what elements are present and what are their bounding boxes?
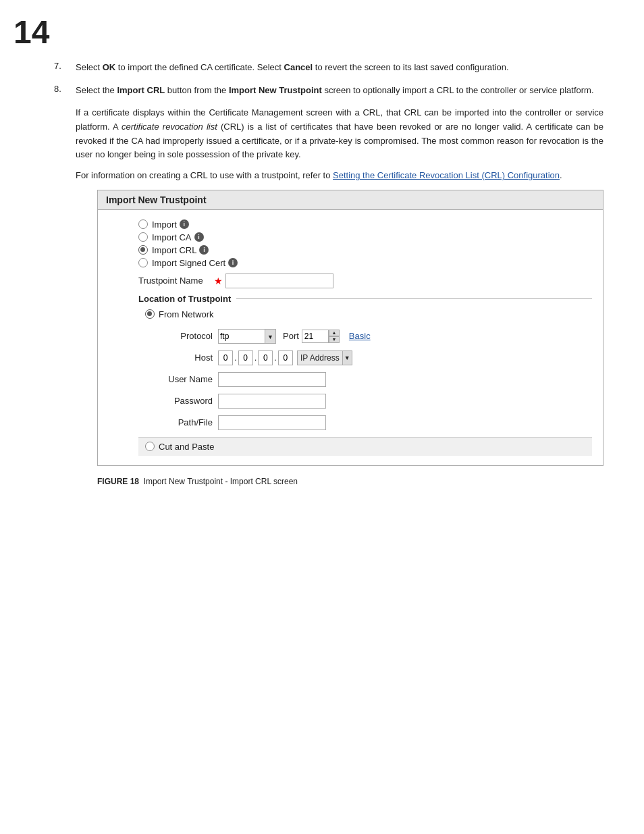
location-divider: Location of Trustpoint	[138, 294, 592, 304]
pathfile-label: Path/File	[159, 417, 213, 427]
radio-group: Import i Import CA i Import CRL i	[138, 219, 592, 268]
step-8-text: Select the Import CRL button from the Im…	[76, 84, 603, 97]
port-down-btn[interactable]: ▼	[329, 336, 340, 343]
ip-type-text: IP Address	[298, 351, 342, 365]
host-label: Host	[159, 353, 213, 363]
from-network-label: From Network	[159, 309, 214, 319]
radio-import-signed-btn[interactable]	[138, 258, 148, 267]
step-7-num: 7.	[54, 61, 76, 71]
ip-seg-4[interactable]	[278, 350, 293, 365]
crl-link[interactable]: Setting the Certificate Revocation List …	[333, 170, 560, 180]
host-input-group: . . . IP Address ▼	[218, 350, 352, 365]
protocol-select-group: ▼	[218, 329, 276, 344]
protocol-port-row: Protocol ▼ Port ▲	[159, 329, 592, 344]
radio-import-crl-btn[interactable]	[138, 245, 148, 255]
port-label: Port	[283, 331, 299, 341]
import-info-icon[interactable]: i	[180, 219, 189, 229]
location-label: Location of Trustpoint	[138, 294, 231, 304]
username-row: User Name	[159, 372, 592, 387]
para-2: For information on creating a CRL to use…	[76, 169, 603, 183]
port-input[interactable]	[302, 330, 329, 343]
ip-seg-1[interactable]	[218, 350, 233, 365]
host-row: Host . . . IP	[159, 350, 592, 365]
italic-crl: certificate revocation list	[122, 122, 217, 132]
port-spinner: ▲ ▼	[329, 330, 340, 343]
trustpoint-name-label: Trustpoint Name	[138, 276, 213, 286]
import-new-trustpoint-bold: Import New Trustpoint	[229, 85, 322, 95]
ip-seg-2[interactable]	[238, 350, 253, 365]
password-row: Password	[159, 394, 592, 409]
import-ca-info-icon[interactable]: i	[194, 232, 204, 242]
ok-label: OK	[103, 62, 116, 72]
figure-caption-text: Import New Trustpoint - Import CRL scree…	[144, 477, 298, 486]
protocol-label: Protocol	[159, 331, 213, 341]
step-8-num: 8.	[54, 84, 76, 94]
radio-import-crl-label: Import CRL	[152, 245, 196, 255]
para-1: If a certificate displays within the Cer…	[76, 106, 603, 162]
radio-import-label: Import	[152, 219, 177, 230]
network-form: Protocol ▼ Port ▲	[159, 329, 592, 430]
step-list: 7. Select OK to import the defined CA ce…	[54, 61, 603, 97]
radio-import-crl: Import CRL i	[138, 245, 592, 255]
from-network-row: From Network	[145, 309, 592, 319]
radio-import-ca-btn[interactable]	[138, 232, 148, 242]
password-label: Password	[159, 396, 213, 406]
basic-link[interactable]: Basic	[349, 331, 371, 341]
ip-type-select[interactable]: IP Address ▼	[297, 350, 352, 365]
step-7: 7. Select OK to import the defined CA ce…	[54, 61, 603, 74]
radio-import-ca-label: Import CA	[152, 232, 192, 242]
location-line	[236, 298, 592, 299]
cut-paste-radio[interactable]	[145, 442, 155, 451]
radio-import-signed-label: Import Signed Cert	[152, 258, 225, 268]
trustpoint-title: Import New Trustpoint	[98, 190, 603, 210]
ip-dot-3: .	[274, 353, 277, 363]
radio-import-btn[interactable]	[138, 219, 148, 229]
import-crl-info-icon[interactable]: i	[199, 245, 209, 255]
ip-dot-1: .	[234, 353, 237, 363]
step-8: 8. Select the Import CRL button from the…	[54, 84, 603, 97]
username-input[interactable]	[218, 372, 326, 387]
trustpoint-body: Import i Import CA i Import CRL i	[98, 210, 603, 465]
indented-block: If a certificate displays within the Cer…	[76, 106, 603, 486]
pathfile-input[interactable]	[218, 415, 326, 430]
port-up-btn[interactable]: ▲	[329, 330, 340, 336]
figure-number: FIGURE 18	[97, 477, 139, 486]
protocol-dropdown-arrow[interactable]: ▼	[265, 329, 276, 344]
trustpoint-box: Import New Trustpoint Import i Import CA…	[97, 190, 603, 466]
chapter-number: 14	[14, 14, 49, 51]
cancel-label: Cancel	[284, 62, 313, 72]
radio-import: Import i	[138, 219, 592, 230]
radio-import-signed: Import Signed Cert i	[138, 258, 592, 268]
required-star: ★	[214, 276, 223, 286]
radio-import-ca: Import CA i	[138, 232, 592, 242]
trustpoint-name-input[interactable]	[225, 273, 333, 288]
port-group: ▲ ▼	[302, 330, 340, 343]
import-signed-info-icon[interactable]: i	[228, 258, 238, 267]
cut-paste-label: Cut and Paste	[159, 442, 214, 452]
username-label: User Name	[159, 374, 213, 384]
figure-caption: FIGURE 18 Import New Trustpoint - Import…	[97, 477, 603, 486]
location-section: Location of Trustpoint From Network	[138, 294, 592, 430]
step-7-text: Select OK to import the defined CA certi…	[76, 61, 603, 74]
from-network-radio[interactable]	[145, 309, 155, 319]
ip-seg-3[interactable]	[258, 350, 273, 365]
trustpoint-name-row: Trustpoint Name ★	[138, 273, 592, 288]
cut-paste-row: Cut and Paste	[138, 437, 592, 456]
ip-dot-2: .	[254, 353, 257, 363]
pathfile-row: Path/File	[159, 415, 592, 430]
import-crl-bold: Import CRL	[117, 85, 165, 95]
ip-type-arrow[interactable]: ▼	[342, 351, 352, 365]
password-input[interactable]	[218, 394, 326, 409]
protocol-input[interactable]	[218, 329, 265, 344]
